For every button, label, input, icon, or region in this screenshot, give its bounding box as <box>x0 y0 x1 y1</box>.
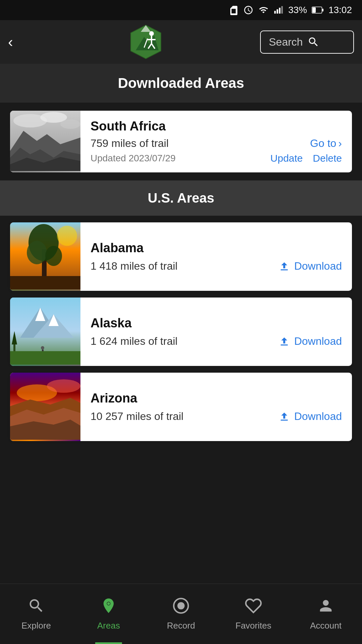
nav-favorites[interactable]: Favorites <box>217 584 290 644</box>
svg-point-9 <box>149 31 154 36</box>
account-label: Account <box>310 621 342 631</box>
svg-point-38 <box>41 346 44 350</box>
downloaded-title: Downloaded Areas <box>0 75 362 91</box>
alabama-name: Alabama <box>90 241 342 255</box>
record-label: Record <box>167 621 195 631</box>
record-icon <box>172 597 190 617</box>
arizona-content: Arizona 10 257 miles of trail Download <box>80 373 352 441</box>
svg-point-26 <box>27 241 47 264</box>
arizona-card: Arizona 10 257 miles of trail Download <box>10 373 352 441</box>
alabama-download-button[interactable]: Download <box>278 260 342 272</box>
downloaded-area-card: South Africa 759 miles of trail Go to › … <box>10 111 352 172</box>
south-africa-image <box>10 111 80 172</box>
alaska-photo <box>10 298 80 365</box>
nav-areas[interactable]: Areas <box>72 584 145 644</box>
battery-icon <box>312 6 324 14</box>
search-icon <box>307 36 319 48</box>
arizona-name: Arizona <box>90 391 342 406</box>
south-africa-goto[interactable]: Go to › <box>310 137 342 150</box>
alarm-icon <box>243 5 253 15</box>
alaska-miles: 1 624 miles of trail <box>90 335 178 347</box>
alaska-image <box>10 298 80 366</box>
header: ‹ Search <box>0 20 362 64</box>
south-africa-miles: 759 miles of trail <box>90 137 169 150</box>
nav-explore[interactable]: Explore <box>0 584 72 644</box>
us-title: U.S. Areas <box>0 191 362 206</box>
alaska-content: Alaska 1 624 miles of trail Download <box>80 298 352 366</box>
svg-rect-3 <box>281 6 283 13</box>
svg-point-19 <box>60 119 80 129</box>
download-icon <box>278 260 290 272</box>
arizona-download-button[interactable]: Download <box>278 410 342 423</box>
us-section-header: U.S. Areas <box>0 180 362 216</box>
alaska-name: Alaska <box>90 316 342 330</box>
downloaded-section-header: Downloaded Areas <box>0 64 362 103</box>
download-icon <box>278 411 290 423</box>
delete-button[interactable]: Delete <box>313 153 342 164</box>
svg-point-48 <box>177 602 185 609</box>
svg-rect-39 <box>10 351 80 365</box>
app-logo <box>129 23 163 60</box>
svg-rect-0 <box>274 11 276 13</box>
alabama-photo <box>10 222 80 289</box>
wifi-icon <box>258 5 269 15</box>
alabama-image <box>10 222 80 291</box>
south-africa-photo <box>10 111 80 171</box>
svg-rect-5 <box>312 7 316 13</box>
logo-hexagon <box>129 23 163 60</box>
bottom-navigation: Explore Areas Record Favori <box>0 584 362 644</box>
alabama-card: Alabama 1 418 miles of trail Download <box>10 222 352 291</box>
alaska-card: Alaska 1 624 miles of trail Download <box>10 298 352 366</box>
arizona-image <box>10 373 80 441</box>
status-icons: 33% 13:02 <box>229 5 352 15</box>
arizona-photo <box>10 373 80 440</box>
battery-text: 33% <box>288 5 307 15</box>
south-africa-content: South Africa 759 miles of trail Go to › … <box>80 111 352 172</box>
south-africa-updated: Updated 2023/07/29 <box>90 153 176 164</box>
svg-point-46 <box>107 602 110 605</box>
explore-label: Explore <box>21 621 51 631</box>
explore-icon <box>27 597 45 617</box>
alabama-miles: 1 418 miles of trail <box>90 260 178 272</box>
favorites-icon <box>245 597 262 617</box>
status-bar: 33% 13:02 <box>0 0 362 20</box>
signal-icon <box>274 5 284 15</box>
svg-point-27 <box>45 246 62 266</box>
nav-account[interactable]: Account <box>290 584 362 644</box>
favorites-label: Favorites <box>236 621 272 631</box>
svg-rect-28 <box>10 276 80 289</box>
areas-icon <box>100 597 117 617</box>
svg-rect-2 <box>279 8 281 14</box>
back-button[interactable]: ‹ <box>8 34 32 50</box>
time-text: 13:02 <box>328 5 352 15</box>
nav-record[interactable]: Record <box>145 584 217 644</box>
svg-rect-6 <box>322 9 323 11</box>
search-button[interactable]: Search <box>260 31 354 54</box>
account-icon <box>317 597 335 617</box>
active-indicator <box>95 642 122 644</box>
alabama-content: Alabama 1 418 miles of trail Download <box>80 222 352 291</box>
svg-point-42 <box>47 379 80 393</box>
update-button[interactable]: Update <box>270 153 303 164</box>
svg-point-29 <box>57 226 77 246</box>
sim-icon <box>229 5 239 15</box>
search-label: Search <box>269 36 303 48</box>
download-icon <box>278 335 290 347</box>
svg-rect-1 <box>277 9 278 14</box>
areas-label: Areas <box>97 621 120 631</box>
alaska-download-button[interactable]: Download <box>278 335 342 347</box>
arizona-miles: 10 257 miles of trail <box>90 410 183 423</box>
south-africa-name: South Africa <box>90 119 342 133</box>
